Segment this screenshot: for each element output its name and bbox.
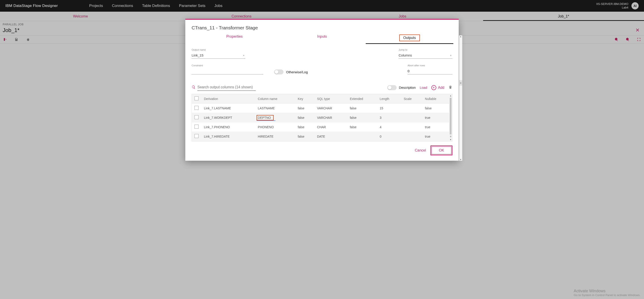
cell-nullable[interactable]: true <box>422 132 449 141</box>
cell-sqltype[interactable]: DATE <box>314 132 347 141</box>
cell-scale[interactable] <box>401 113 422 122</box>
table-row[interactable]: Link_7.LASTNAME LASTNAME false VARCHAR f… <box>192 104 449 113</box>
cell-column-name[interactable]: LASTNAME <box>255 104 295 113</box>
jump-to-field[interactable]: Jump to Columns <box>399 48 452 59</box>
cell-derivation[interactable]: Link_7.LASTNAME <box>201 104 255 113</box>
col-header-scale[interactable]: Scale <box>401 94 422 104</box>
nav-parameter-sets[interactable]: Parameter Sets <box>179 4 206 8</box>
cell-column-name[interactable]: PHONENO <box>255 122 295 132</box>
add-button[interactable]: + Add <box>431 85 444 90</box>
modal-title: CTrans_11 - Transformer Stage <box>185 20 459 32</box>
scroll-thumb[interactable] <box>450 98 452 134</box>
modal-tab-outputs[interactable]: Outputs <box>366 32 453 44</box>
output-name-field[interactable]: Output name Link_15 <box>192 48 245 59</box>
modal-tabs: Properties Inputs Outputs <box>191 32 453 44</box>
otherwise-label: Otherwise/Log <box>286 70 308 74</box>
cell-length[interactable]: 15 <box>377 104 401 113</box>
cell-column-name-editing[interactable]: DEPTNO <box>258 116 271 120</box>
cell-key[interactable]: false <box>295 104 314 113</box>
col-header-column-name[interactable]: Column name <box>255 94 295 104</box>
nav-table-definitions[interactable]: Table Definitions <box>142 4 170 8</box>
nav-projects[interactable]: Projects <box>89 4 103 8</box>
cell-column-name[interactable]: HIREDATE <box>255 132 295 141</box>
app-title: IBM DataStage Flow Designer <box>6 4 58 8</box>
table-row[interactable]: Link_7.PHONENO PHONENO false CHAR false … <box>192 122 449 132</box>
output-name-value[interactable]: Link_15 <box>192 52 245 59</box>
nav-jobs[interactable]: Jobs <box>214 4 222 8</box>
constraint-field[interactable]: Constraint <box>192 64 263 74</box>
cell-length[interactable]: 4 <box>377 122 401 132</box>
table-row[interactable]: Link_7.HIREDATE HIREDATE false DATE 0 tr… <box>192 132 449 141</box>
row-checkbox[interactable] <box>194 124 198 129</box>
abort-after-rows-input[interactable] <box>408 68 452 74</box>
cell-scale[interactable] <box>401 104 422 113</box>
cell-derivation[interactable]: Link_7.HIREDATE <box>201 132 255 141</box>
cell-length[interactable]: 0 <box>377 132 401 141</box>
description-toggle-group: Description <box>387 85 416 90</box>
col-header-key[interactable]: Key <box>295 94 314 104</box>
constraint-input[interactable] <box>192 68 263 74</box>
description-toggle-label: Description <box>399 86 416 90</box>
app-nav: Projects Connections Table Definitions P… <box>89 4 222 8</box>
avatar[interactable]: AI <box>632 2 638 10</box>
ok-button-highlight: OK <box>430 146 452 155</box>
cell-extended[interactable] <box>347 132 377 141</box>
jump-to-label: Jump to <box>399 48 452 51</box>
modal-vertical-scrollbar[interactable]: ▲ ▼ <box>459 36 462 161</box>
cell-nullable[interactable]: true <box>422 122 449 132</box>
load-button[interactable]: Load <box>420 86 427 90</box>
hamburger-icon[interactable]: ≡ <box>450 135 451 138</box>
cell-sqltype[interactable]: VARCHAR <box>314 104 347 113</box>
scroll-down-icon[interactable]: ▼ <box>450 138 452 141</box>
col-header-extended[interactable]: Extended <box>347 94 377 104</box>
cell-key[interactable]: false <box>295 122 314 132</box>
col-header-length[interactable]: Length <box>377 94 401 104</box>
ok-button[interactable]: OK <box>432 146 451 154</box>
server-project: Lab4 <box>596 6 628 10</box>
cell-scale[interactable] <box>401 122 422 132</box>
col-header-nullable[interactable]: Nullable <box>422 94 449 104</box>
table-row[interactable]: Link_7.WORKDEPT DEPTNO false VARCHAR fal… <box>192 113 449 122</box>
table-vertical-scrollbar[interactable]: ▲ ≡ ▼ <box>449 94 452 141</box>
cell-extended[interactable]: false <box>347 104 377 113</box>
jump-to-value[interactable]: Columns <box>399 52 452 59</box>
cell-derivation[interactable]: Link_7.WORKDEPT <box>201 113 255 122</box>
server-info: IIS-SERVER.IBM.DEMO Lab4 <box>596 2 628 9</box>
cell-length[interactable]: 3 <box>377 113 401 122</box>
description-toggle[interactable] <box>387 85 396 90</box>
cell-nullable[interactable]: false <box>422 104 449 113</box>
cell-key[interactable]: false <box>295 132 314 141</box>
cell-sqltype[interactable]: VARCHAR <box>314 113 347 122</box>
row-checkbox[interactable] <box>194 115 198 119</box>
col-header-sql-type[interactable]: SQL type <box>314 94 347 104</box>
otherwise-toggle[interactable] <box>274 70 284 74</box>
delete-icon[interactable] <box>448 85 452 90</box>
scroll-up-icon[interactable]: ▲ <box>460 36 462 38</box>
transformer-stage-modal: CTrans_11 - Transformer Stage Properties… <box>185 19 459 161</box>
modal-tab-inputs[interactable]: Inputs <box>278 32 366 44</box>
row-checkbox[interactable] <box>194 106 198 110</box>
scroll-up-icon[interactable]: ▲ <box>450 94 452 97</box>
modal-backdrop: CTrans_11 - Transformer Stage Properties… <box>0 12 644 299</box>
col-header-derivation[interactable]: Derivation <box>201 94 255 104</box>
search-icon <box>192 85 196 90</box>
search-output-columns-input[interactable] <box>198 84 256 91</box>
cell-sqltype[interactable]: CHAR <box>314 122 347 132</box>
abort-after-rows-label: Abort after rows <box>408 64 452 67</box>
cancel-button[interactable]: Cancel <box>415 148 426 152</box>
cell-scale[interactable] <box>401 132 422 141</box>
side-menu-handle-icon[interactable]: ≡ <box>459 80 462 86</box>
add-label: Add <box>438 86 444 90</box>
plus-circle-icon: + <box>431 85 436 90</box>
cell-derivation[interactable]: Link_7.PHONENO <box>201 122 255 132</box>
row-checkbox[interactable] <box>194 134 198 138</box>
select-all-checkbox[interactable] <box>194 96 198 100</box>
cell-key[interactable]: false <box>295 113 314 122</box>
cell-extended[interactable]: false <box>347 122 377 132</box>
cell-nullable[interactable]: true <box>422 113 449 122</box>
nav-connections[interactable]: Connections <box>112 4 133 8</box>
otherwise-toggle-group: Otherwise/Log <box>274 70 308 74</box>
cell-extended[interactable]: false <box>347 113 377 122</box>
scroll-down-icon[interactable]: ▼ <box>460 158 462 161</box>
modal-tab-properties[interactable]: Properties <box>191 32 278 44</box>
